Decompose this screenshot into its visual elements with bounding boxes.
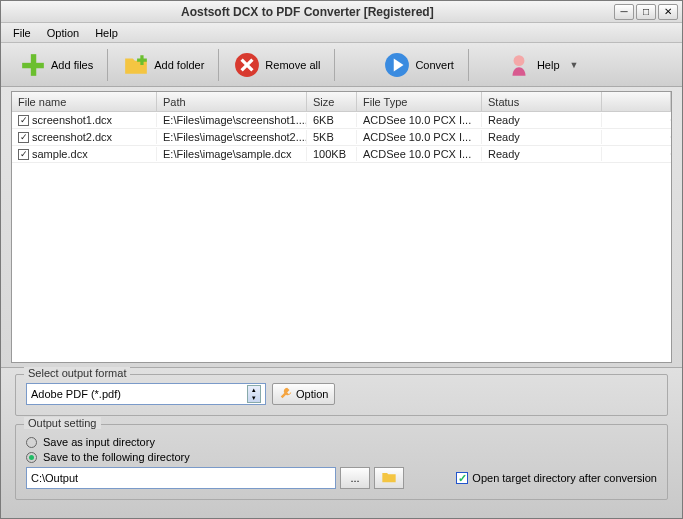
chevron-down-icon: ▼ <box>570 60 579 70</box>
cell-status: Ready <box>482 113 602 127</box>
col-size[interactable]: Size <box>307 92 357 111</box>
add-files-button[interactable]: Add files <box>11 48 101 82</box>
folder-plus-icon <box>122 51 150 79</box>
col-spacer <box>602 92 671 111</box>
add-folder-button[interactable]: Add folder <box>114 48 212 82</box>
remove-all-label: Remove all <box>265 59 320 71</box>
open-folder-button[interactable] <box>374 467 404 489</box>
cell-status: Ready <box>482 130 602 144</box>
table-row[interactable]: ✓screenshot2.dcxE:\Files\image\screensho… <box>12 129 671 146</box>
plus-icon <box>19 51 47 79</box>
table-row[interactable]: ✓sample.dcxE:\Files\image\sample.dcx100K… <box>12 146 671 163</box>
row-checkbox[interactable]: ✓ <box>18 132 29 143</box>
bottom-panel: Select output format Adobe PDF (*.pdf) ▴… <box>1 367 682 518</box>
col-filetype[interactable]: File Type <box>357 92 482 111</box>
window-title: Aostsoft DCX to PDF Converter [Registere… <box>181 5 434 19</box>
cell-filetype: ACDSee 10.0 PCX I... <box>357 113 482 127</box>
cell-size: 6KB <box>307 113 357 127</box>
cell-filename: screenshot2.dcx <box>32 131 112 143</box>
remove-all-button[interactable]: Remove all <box>225 48 328 82</box>
col-filename[interactable]: File name <box>12 92 157 111</box>
select-arrows-icon: ▴▾ <box>247 385 261 403</box>
radio-icon <box>26 437 37 448</box>
close-button[interactable]: ✕ <box>658 4 678 20</box>
cell-size: 5KB <box>307 130 357 144</box>
help-button[interactable]: Help ▼ <box>497 48 587 82</box>
row-checkbox[interactable]: ✓ <box>18 115 29 126</box>
menu-help[interactable]: Help <box>89 25 124 41</box>
cell-path: E:\Files\image\screenshot1.... <box>157 113 307 127</box>
add-files-label: Add files <box>51 59 93 71</box>
cell-path: E:\Files\image\screenshot2.... <box>157 130 307 144</box>
open-after-checkbox[interactable]: ✓ Open target directory after conversion <box>456 472 657 484</box>
radio-following-dir[interactable]: Save to the following directory <box>26 451 657 463</box>
file-table: File name Path Size File Type Status ✓sc… <box>11 91 672 363</box>
table-row[interactable]: ✓screenshot1.dcxE:\Files\image\screensho… <box>12 112 671 129</box>
radio-following-label: Save to the following directory <box>43 451 190 463</box>
help-icon <box>505 51 533 79</box>
maximize-button[interactable]: □ <box>636 4 656 20</box>
cell-filetype: ACDSee 10.0 PCX I... <box>357 147 482 161</box>
menubar: File Option Help <box>1 23 682 43</box>
cell-size: 100KB <box>307 147 357 161</box>
convert-button[interactable]: Convert <box>375 48 462 82</box>
output-path-value: C:\Output <box>31 472 78 484</box>
output-format-select[interactable]: Adobe PDF (*.pdf) ▴▾ <box>26 383 266 405</box>
output-setting-group: Output setting Save as input directory S… <box>15 424 668 500</box>
col-path[interactable]: Path <box>157 92 307 111</box>
browse-label: ... <box>350 472 359 484</box>
radio-input-label: Save as input directory <box>43 436 155 448</box>
svg-rect-3 <box>137 58 147 61</box>
cell-status: Ready <box>482 147 602 161</box>
cell-filename: screenshot1.dcx <box>32 114 112 126</box>
toolbar: Add files Add folder Remove all Convert … <box>1 43 682 87</box>
output-format-group: Select output format Adobe PDF (*.pdf) ▴… <box>15 374 668 416</box>
output-format-legend: Select output format <box>24 367 130 379</box>
folder-icon <box>381 470 397 486</box>
checkbox-icon: ✓ <box>456 472 468 484</box>
cell-filetype: ACDSee 10.0 PCX I... <box>357 130 482 144</box>
wrench-icon <box>279 386 293 402</box>
cell-path: E:\Files\image\sample.dcx <box>157 147 307 161</box>
svg-rect-1 <box>22 62 44 67</box>
open-after-label: Open target directory after conversion <box>472 472 657 484</box>
convert-label: Convert <box>415 59 454 71</box>
titlebar: Aostsoft DCX to PDF Converter [Registere… <box>1 1 682 23</box>
radio-input-dir[interactable]: Save as input directory <box>26 436 657 448</box>
remove-icon <box>233 51 261 79</box>
browse-button[interactable]: ... <box>340 467 370 489</box>
radio-icon <box>26 452 37 463</box>
minimize-button[interactable]: ─ <box>614 4 634 20</box>
option-label: Option <box>296 388 328 400</box>
play-icon <box>383 51 411 79</box>
menu-option[interactable]: Option <box>41 25 85 41</box>
output-path-input[interactable]: C:\Output <box>26 467 336 489</box>
row-checkbox[interactable]: ✓ <box>18 149 29 160</box>
add-folder-label: Add folder <box>154 59 204 71</box>
cell-filename: sample.dcx <box>32 148 88 160</box>
svg-point-6 <box>514 55 525 66</box>
menu-file[interactable]: File <box>7 25 37 41</box>
table-header: File name Path Size File Type Status <box>12 92 671 112</box>
help-label: Help <box>537 59 560 71</box>
option-button[interactable]: Option <box>272 383 335 405</box>
main-window: Aostsoft DCX to PDF Converter [Registere… <box>0 0 683 519</box>
output-format-value: Adobe PDF (*.pdf) <box>31 388 121 400</box>
table-body: ✓screenshot1.dcxE:\Files\image\screensho… <box>12 112 671 362</box>
col-status[interactable]: Status <box>482 92 602 111</box>
output-setting-legend: Output setting <box>24 417 101 429</box>
